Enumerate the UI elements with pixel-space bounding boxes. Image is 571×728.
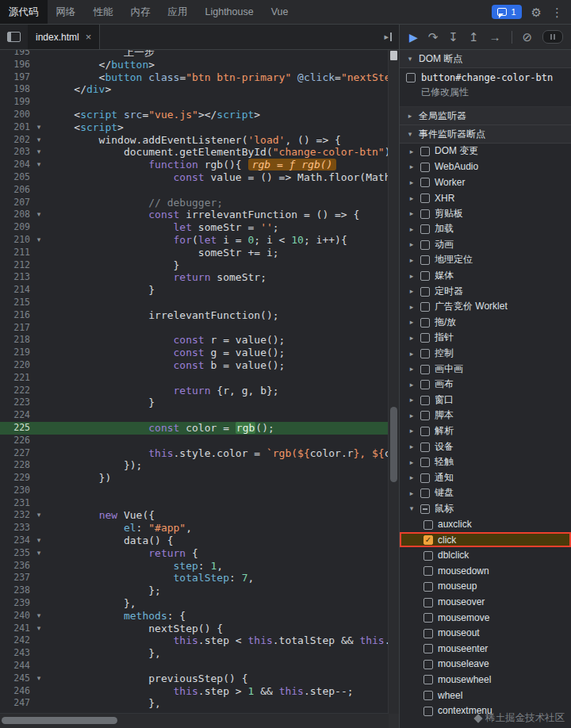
category-checkbox[interactable] <box>420 255 430 265</box>
code-line[interactable]: 239 }, <box>0 597 389 610</box>
event-category-定时器[interactable]: ▸定时器 <box>400 283 571 299</box>
category-checkbox[interactable] <box>420 163 430 172</box>
category-checkbox[interactable] <box>420 287 430 297</box>
event-category-剪贴板[interactable]: ▸剪贴板 <box>400 205 571 221</box>
line-number[interactable]: 219 <box>0 347 33 359</box>
line-number[interactable]: 214 <box>0 284 33 297</box>
expand-arrow-icon[interactable]: ▸ <box>408 473 416 481</box>
event-listener-mouseover[interactable]: mouseover <box>400 594 571 610</box>
expand-arrow-icon[interactable]: ▸ <box>408 443 416 450</box>
code-line[interactable]: 247 }, <box>0 697 389 710</box>
event-category-脚本[interactable]: ▸脚本 <box>400 408 571 423</box>
listener-checkbox[interactable] <box>423 551 433 561</box>
category-checkbox[interactable] <box>420 489 430 498</box>
settings-gear-icon[interactable]: ⚙ <box>531 6 542 18</box>
code-line[interactable]: 197 <button class="btn btn-primary" @cli… <box>0 71 389 84</box>
code-line[interactable]: 236 step: 1, <box>0 560 389 573</box>
code-line[interactable]: 227 this.style.color = `rgb(${color.r}, … <box>0 447 389 460</box>
code-line[interactable]: 204▾ function rgb(){rgb = ƒ rgb() <box>0 159 389 171</box>
code-line[interactable]: 221 <box>0 372 389 385</box>
category-checkbox[interactable] <box>420 380 430 389</box>
expand-arrow-icon[interactable]: ▸ <box>408 381 416 389</box>
global-listeners-header[interactable]: ▸ 全局监听器 <box>400 107 571 125</box>
category-checkbox[interactable] <box>420 365 430 374</box>
listener-checkbox[interactable] <box>423 629 433 638</box>
code-line[interactable]: 228 }); <box>0 459 389 472</box>
expand-arrow-icon[interactable]: ▸ <box>408 334 416 342</box>
collapse-sidebar-icon[interactable]: ▸ <box>384 33 392 41</box>
code-line[interactable]: 225 const color = rgb(); <box>0 422 389 435</box>
line-number[interactable]: 236 <box>0 560 33 573</box>
code-line[interactable]: 224 <box>0 409 389 422</box>
code-line[interactable]: 235▾ return { <box>0 547 389 560</box>
fold-arrow-icon[interactable]: ▾ <box>33 509 44 522</box>
toggle-navigator-icon[interactable] <box>7 32 21 42</box>
event-category-媒体[interactable]: ▸媒体 <box>400 268 571 284</box>
line-number[interactable]: 213 <box>0 271 33 284</box>
category-checkbox[interactable] <box>420 271 430 281</box>
code-line[interactable]: 219 const g = value(); <box>0 347 389 359</box>
line-number[interactable]: 216 <box>0 309 33 322</box>
code-line[interactable]: 232▾ new Vue({ <box>0 509 389 522</box>
code-line[interactable]: 201▾ <script> <box>0 121 389 134</box>
code-line[interactable]: 226 <box>0 435 389 447</box>
line-number[interactable]: 207 <box>0 197 33 209</box>
line-number[interactable]: 198 <box>0 83 33 96</box>
event-listener-auxclick[interactable]: auxclick <box>400 516 571 532</box>
fold-arrow-icon[interactable]: ▾ <box>33 159 44 171</box>
line-number[interactable]: 239 <box>0 597 33 610</box>
line-number[interactable]: 237 <box>0 572 33 584</box>
event-category-指针[interactable]: ▸指针 <box>400 330 571 346</box>
expand-arrow-icon[interactable]: ▾ <box>408 504 416 512</box>
panel-tab-Lighthouse[interactable]: Lighthouse <box>197 0 263 24</box>
category-checkbox[interactable] <box>420 302 430 312</box>
code-line[interactable]: 223 } <box>0 397 389 409</box>
code-line[interactable]: 238 }; <box>0 584 389 597</box>
code-line[interactable]: 206 <box>0 184 389 197</box>
fold-arrow-icon[interactable]: ▾ <box>33 547 44 560</box>
line-number[interactable]: 234 <box>0 535 33 547</box>
listener-checkbox[interactable] <box>423 582 433 592</box>
line-number[interactable]: 211 <box>0 247 33 259</box>
event-category-窗口[interactable]: ▸窗口 <box>400 393 571 408</box>
code-line[interactable]: 222 return {r, g, b}; <box>0 385 389 397</box>
pause-on-exceptions-toggle[interactable] <box>542 30 563 44</box>
code-line[interactable]: 215 <box>0 297 389 309</box>
line-number[interactable]: 240 <box>0 610 33 623</box>
expand-arrow-icon[interactable]: ▸ <box>408 350 416 358</box>
code-line[interactable]: 246 this.step > 1 && this.step--; <box>0 685 389 698</box>
listener-checkbox[interactable] <box>423 675 433 684</box>
expand-arrow-icon[interactable]: ▸ <box>408 396 416 404</box>
code-line[interactable]: 237 totalStep: 7, <box>0 572 389 584</box>
event-category-设备[interactable]: ▸设备 <box>400 439 571 454</box>
panel-tab-应用[interactable]: 应用 <box>159 0 197 24</box>
code-line[interactable]: 202▾ window.addEventListener('load', () … <box>0 134 389 147</box>
step-out-button[interactable]: ↥ <box>469 31 479 43</box>
event-category-轻触[interactable]: ▸轻触 <box>400 454 571 470</box>
category-checkbox[interactable] <box>420 443 430 452</box>
dom-breakpoint-item[interactable]: button#change-color-btn已修改属性 <box>406 72 565 98</box>
event-listener-mouseout[interactable]: mouseout <box>400 625 571 641</box>
category-checkbox[interactable] <box>420 427 430 436</box>
category-checkbox[interactable] <box>420 318 430 328</box>
code-line[interactable]: 233 el: "#app", <box>0 522 389 535</box>
code-line[interactable]: 198 </div> <box>0 83 389 96</box>
code-line[interactable]: 220 const b = value(); <box>0 359 389 372</box>
event-category-广告竞价 Worklet[interactable]: ▸广告竞价 Worklet <box>400 299 571 315</box>
listener-checkbox[interactable] <box>423 535 433 545</box>
expand-arrow-icon[interactable]: ▸ <box>408 225 416 233</box>
close-tab-icon[interactable]: × <box>86 31 92 43</box>
category-checkbox[interactable] <box>420 396 430 405</box>
vertical-scrollbar[interactable] <box>388 50 399 714</box>
listener-checkbox[interactable] <box>423 644 433 653</box>
panel-tab-网络[interactable]: 网络 <box>48 0 85 24</box>
expand-arrow-icon[interactable]: ▸ <box>408 272 416 280</box>
code-line[interactable]: 196 </button> <box>0 59 389 71</box>
listener-checkbox[interactable] <box>423 613 433 623</box>
line-number[interactable]: 204 <box>0 159 33 171</box>
event-category-DOM 变更[interactable]: ▸DOM 变更 <box>400 144 571 159</box>
event-listener-mousewheel[interactable]: mousewheel <box>400 672 571 688</box>
expand-arrow-icon[interactable]: ▸ <box>408 365 416 373</box>
code-line[interactable]: 216 irrelevantFunction(); <box>0 309 389 322</box>
line-number[interactable]: 210 <box>0 234 33 247</box>
